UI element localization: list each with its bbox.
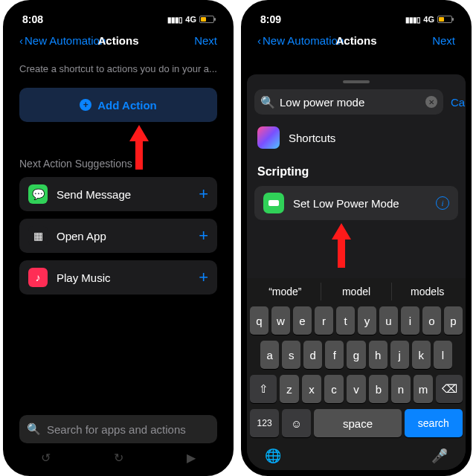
predictions: “mode” model models <box>250 283 463 300</box>
key-d[interactable]: d <box>303 341 322 369</box>
key-j[interactable]: j <box>390 341 409 369</box>
shift-key[interactable]: ⇧ <box>250 375 277 403</box>
next-button[interactable]: Next <box>194 34 217 47</box>
key-o[interactable]: o <box>422 306 441 335</box>
key-e[interactable]: e <box>293 306 312 335</box>
status-time: 8:09 <box>260 13 281 25</box>
back-label: New Automation <box>263 34 344 47</box>
search-sheet: 🔍 ✕ Cancel Shortcuts Scripting Set Low P… <box>247 74 466 470</box>
next-button[interactable]: Next <box>432 34 455 47</box>
section-label: Next Action Suggestions <box>19 158 217 170</box>
suggestion-row[interactable]: 💬 Send Message + <box>19 177 217 211</box>
emoji-key[interactable]: ☺ <box>282 409 311 437</box>
key-v[interactable]: v <box>347 375 366 403</box>
page-title: Actions <box>335 34 376 47</box>
cancel-button[interactable]: Cancel <box>451 96 472 109</box>
key-s[interactable]: s <box>282 341 300 369</box>
clear-icon[interactable]: ✕ <box>425 96 437 108</box>
key-r[interactable]: r <box>315 306 333 335</box>
key-z[interactable]: z <box>280 375 299 403</box>
redo-icon[interactable]: ↻ <box>114 451 123 465</box>
back-label: New Automation <box>25 34 106 47</box>
page-title: Actions <box>97 34 138 47</box>
suggestion-row[interactable]: ♪ Play Music + <box>19 260 217 295</box>
key-i[interactable]: i <box>401 306 419 335</box>
subtitle: Create a shortcut to actions you do in y… <box>19 63 217 74</box>
globe-icon[interactable]: 🌐 <box>265 448 281 464</box>
play-icon[interactable]: ▶ <box>187 451 196 465</box>
add-action-button[interactable]: + Add Action <box>19 88 217 122</box>
plus-icon[interactable]: + <box>199 226 208 245</box>
shortcuts-icon <box>257 126 280 149</box>
search-field[interactable]: 🔍 ✕ <box>254 89 443 115</box>
key-t[interactable]: t <box>336 306 355 335</box>
signal-icon: ▮▮▮▯ <box>167 16 182 24</box>
add-action-label: Add Action <box>97 99 156 112</box>
search-input[interactable] <box>280 96 421 109</box>
key-g[interactable]: g <box>347 341 365 369</box>
plus-icon[interactable]: + <box>199 184 208 204</box>
numbers-key[interactable]: 123 <box>250 409 279 437</box>
low-power-icon <box>263 193 284 213</box>
key-f[interactable]: f <box>325 341 344 369</box>
key-l[interactable]: l <box>434 341 452 369</box>
key-h[interactable]: h <box>369 341 387 369</box>
status-right: ▮▮▮▯ 4G <box>167 15 214 24</box>
info-icon[interactable]: i <box>436 196 449 210</box>
nav-bar: ‹ New Automation Actions Next <box>247 28 466 53</box>
key-row: 123 ☺ space search <box>250 409 463 437</box>
keyboard: “mode” model models qwertyuiop asdfghjkl… <box>247 278 466 470</box>
prediction[interactable]: “mode” <box>250 283 321 300</box>
status-right: ▮▮▮▯ 4G <box>405 15 452 24</box>
result-row[interactable]: Set Low Power Mode i <box>254 186 458 220</box>
undo-icon[interactable]: ↺ <box>41 451 51 465</box>
back-button[interactable]: ‹ New Automation <box>19 34 106 47</box>
key-c[interactable]: c <box>324 375 344 403</box>
back-button[interactable]: ‹ New Automation <box>257 34 344 47</box>
chevron-left-icon: ‹ <box>19 34 23 47</box>
search-icon: 🔍 <box>27 422 41 436</box>
key-a[interactable]: a <box>260 341 279 369</box>
prediction[interactable]: model <box>321 283 393 300</box>
app-result[interactable]: Shortcuts <box>257 126 458 149</box>
key-b[interactable]: b <box>369 375 388 403</box>
search-key[interactable]: search <box>405 409 463 437</box>
group-label: Scripting <box>257 165 458 178</box>
plus-circle-icon: + <box>80 99 91 111</box>
bottom-toolbar: ↺ ↻ ▶ <box>9 445 228 470</box>
key-row: qwertyuiop <box>250 306 463 335</box>
content: Create a shortcut to actions you do in y… <box>9 63 228 295</box>
signal-icon: ▮▮▮▯ <box>405 16 420 24</box>
prediction[interactable]: models <box>392 283 463 300</box>
suggestion-label: Play Music <box>57 271 190 284</box>
app-icon: 💬 <box>28 184 48 204</box>
key-k[interactable]: k <box>412 341 431 369</box>
battery-icon <box>437 16 452 23</box>
app-icon: ♪ <box>28 268 48 287</box>
key-y[interactable]: y <box>358 306 376 335</box>
key-x[interactable]: x <box>302 375 321 403</box>
mic-icon[interactable]: 🎤 <box>431 448 448 464</box>
keyboard-bottom: 🌐 🎤 <box>250 443 463 466</box>
nav-bar: ‹ New Automation Actions Next <box>9 28 228 53</box>
search-icon: 🔍 <box>260 95 275 109</box>
sheet-grabber[interactable] <box>343 80 370 83</box>
phone-right: 8:09 ▮▮▮▯ 4G ‹ New Automation Actions Ne… <box>241 0 472 476</box>
key-n[interactable]: n <box>391 375 411 403</box>
key-u[interactable]: u <box>379 306 398 335</box>
key-m[interactable]: m <box>414 375 433 403</box>
app-icon: ▦ <box>28 226 48 245</box>
plus-icon[interactable]: + <box>199 268 208 287</box>
result-label: Set Low Power Mode <box>293 197 427 210</box>
key-q[interactable]: q <box>250 306 268 335</box>
search-bar[interactable]: 🔍 Search for apps and actions <box>19 415 217 443</box>
suggestion-row[interactable]: ▦ Open App + <box>19 219 217 253</box>
key-p[interactable]: p <box>444 306 463 335</box>
key-row: ⇧ zxcvbnm⌫ <box>250 375 463 403</box>
space-key[interactable]: space <box>314 409 401 437</box>
search-row: 🔍 ✕ Cancel <box>254 89 458 115</box>
battery-icon <box>199 16 214 23</box>
backspace-key[interactable]: ⌫ <box>436 375 463 403</box>
key-w[interactable]: w <box>271 306 290 335</box>
notch <box>315 6 397 22</box>
